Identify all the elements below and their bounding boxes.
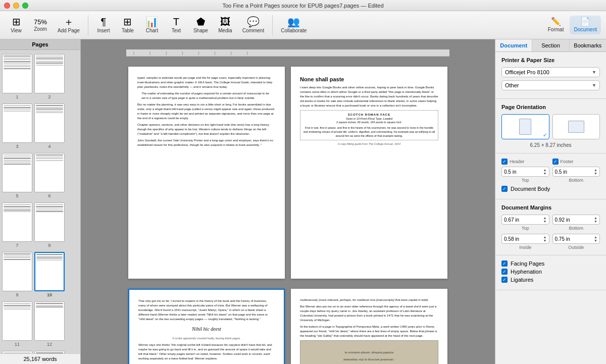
bottom-stepper-up[interactable]: ▲ — [594, 216, 597, 220]
footer-item: ✓ Footer — [552, 159, 600, 165]
outside-stepper-up[interactable]: ▲ — [594, 235, 597, 239]
page-10-container[interactable]: 10 — [34, 252, 65, 297]
top-stepper-down[interactable]: ▼ — [543, 220, 547, 223]
minimize-button[interactable] — [13, 3, 19, 9]
page-1-container[interactable]: 1 — [2, 54, 32, 99]
page-thumb-3[interactable] — [2, 103, 32, 143]
header-stepper-down[interactable]: ▼ — [543, 172, 547, 175]
page-thumb-4[interactable] — [34, 103, 65, 143]
page-8-container[interactable]: 8 — [34, 202, 65, 248]
shape-button[interactable]: ⬟ Shape — [189, 15, 212, 35]
collaborate-button[interactable]: 👥 Collaborate — [277, 15, 311, 35]
header-value-item: 0.5 in ▲ ▼ — [501, 167, 549, 177]
page-thumb-9[interactable] — [2, 252, 32, 291]
page-num-6: 6 — [48, 193, 50, 198]
page-thumb-14[interactable] — [34, 351, 65, 353]
header-top-value: 0.5 in — [504, 169, 516, 175]
inside-margin-field: 0.58 in ▲ ▼ Inside — [501, 234, 549, 250]
top-margin-stepper[interactable]: ▲ ▼ — [543, 216, 547, 223]
footer-checkbox[interactable]: ✓ — [552, 159, 559, 165]
top-margin-input[interactable]: 0.67 in ▲ ▼ — [501, 215, 549, 225]
page-thumb-8[interactable] — [34, 202, 65, 242]
page-4-container[interactable]: 4 — [34, 103, 65, 149]
page-thumb-6[interactable] — [34, 153, 65, 192]
page-3-container[interactable]: 3 — [2, 103, 32, 149]
zoom-control[interactable]: 75% Zoom — [29, 17, 52, 34]
insert-button[interactable]: ¶ Insert — [92, 15, 115, 35]
left-upper-text-3: Chapter openers, sections, and other div… — [137, 123, 276, 136]
header-stepper[interactable]: ▲ ▼ — [543, 168, 547, 175]
hyphenation-checkbox[interactable]: ✓ — [501, 269, 508, 275]
document-button[interactable]: 📄 Document — [570, 16, 601, 34]
table-button[interactable]: ⊞ Table — [117, 15, 139, 35]
facing-pages-checkbox[interactable]: ✓ — [501, 261, 508, 267]
header-value-input[interactable]: 0.5 in ▲ ▼ — [501, 167, 549, 177]
add-page-button[interactable]: ＋ Add Page — [54, 15, 84, 35]
footer-stepper[interactable]: ▲ ▼ — [594, 168, 597, 175]
maximize-button[interactable] — [22, 3, 28, 9]
footer-bottom-value: 0.5 in — [555, 169, 567, 175]
hyphenation-label: Hyphenation — [511, 269, 542, 275]
inside-margin-input[interactable]: 0.58 in ▲ ▼ — [501, 234, 549, 244]
tab-bookmarks[interactable]: Bookmarks — [570, 39, 606, 51]
toolbar-divider-2 — [272, 15, 273, 35]
text-button[interactable]: T Text — [165, 15, 187, 35]
margin-grid: 0.67 in ▲ ▼ Top 0.92 in ▲ ▼ — [501, 215, 600, 250]
page-2-container[interactable]: 2 — [34, 54, 65, 99]
landscape-orientation[interactable] — [552, 114, 600, 139]
page-thumb-1[interactable] — [2, 54, 32, 93]
portrait-orientation[interactable]: ✓ — [501, 114, 549, 139]
bottom-stepper-down[interactable]: ▼ — [594, 220, 597, 223]
inside-margin-label: Inside — [501, 245, 549, 250]
bottom-margin-input[interactable]: 0.92 in ▲ ▼ — [552, 215, 600, 225]
page-7-container[interactable]: 7 — [2, 202, 32, 248]
document-area[interactable]: |||||||| typed, samples to estimate word… — [81, 39, 495, 364]
inside-margin-stepper[interactable]: ▲ ▼ — [543, 235, 547, 242]
outside-margin-input[interactable]: 0.75 in ▲ ▼ — [552, 234, 600, 244]
comment-button[interactable]: 💬 Comment — [238, 15, 268, 35]
view-button[interactable]: ⊞ View — [5, 15, 27, 35]
header-checkbox[interactable]: ✓ — [501, 159, 508, 165]
top-stepper-up[interactable]: ▲ — [543, 216, 547, 220]
header-stepper-up[interactable]: ▲ — [543, 168, 547, 172]
page-5-container[interactable]: 5 — [2, 153, 32, 198]
page-11-container[interactable]: 11 — [2, 301, 32, 347]
footer-stepper-down[interactable]: ▼ — [594, 172, 597, 175]
ligatures-checkbox[interactable]: ✓ — [501, 277, 508, 283]
format-button[interactable]: ✏️ Format — [544, 16, 568, 34]
pages-list[interactable]: 1 2 — [0, 50, 80, 353]
page-right-lower: multaneously (more relevant, perhaps, fo… — [291, 289, 447, 364]
bottom-margin-stepper[interactable]: ▲ ▼ — [594, 216, 597, 223]
page-9-container[interactable]: 9 — [2, 252, 32, 297]
tab-section[interactable]: Section — [532, 39, 569, 51]
page-thumb-5[interactable] — [2, 153, 32, 192]
page-thumb-11[interactable] — [2, 301, 32, 341]
left-lower-text-1: That only got me so far. I turned to exp… — [138, 299, 275, 322]
table-icon: ⊞ — [123, 17, 132, 27]
page-6-container[interactable]: 6 — [34, 153, 65, 198]
media-button[interactable]: 🖼 Media — [214, 15, 236, 35]
page-thumb-7[interactable] — [2, 202, 32, 242]
page-thumb-12[interactable] — [34, 301, 65, 341]
page-thumb-10[interactable] — [34, 252, 65, 291]
footer-stepper-up[interactable]: ▲ — [594, 168, 597, 172]
chart-button[interactable]: 📊 Chart — [141, 15, 163, 35]
tab-document[interactable]: Document — [495, 39, 532, 51]
hyphenation-row: ✓ Hyphenation — [501, 269, 600, 275]
footer-value-input[interactable]: 0.5 in ▲ ▼ — [552, 167, 600, 177]
top-margin-value: 0.67 in — [504, 217, 519, 223]
page-thumb-13[interactable] — [2, 351, 32, 353]
outside-margin-stepper[interactable]: ▲ ▼ — [594, 235, 597, 242]
inside-stepper-down[interactable]: ▼ — [543, 239, 547, 242]
page-thumb-2[interactable] — [34, 54, 65, 93]
printer-dropdown[interactable]: Officejet Pro 8100 ▼ — [501, 67, 600, 77]
outside-stepper-down[interactable]: ▼ — [594, 239, 597, 242]
page-14-container[interactable]: 14 — [34, 351, 65, 353]
page-13-container[interactable]: 13 — [2, 351, 32, 353]
bottom-margin-field: 0.92 in ▲ ▼ Bottom — [552, 215, 600, 231]
close-button[interactable] — [4, 3, 10, 9]
page-12-container[interactable]: 12 — [34, 301, 65, 347]
paper-dropdown[interactable]: Other ▼ — [501, 80, 600, 90]
inside-stepper-up[interactable]: ▲ — [543, 235, 547, 239]
doc-body-checkbox[interactable]: ✓ — [501, 186, 508, 192]
